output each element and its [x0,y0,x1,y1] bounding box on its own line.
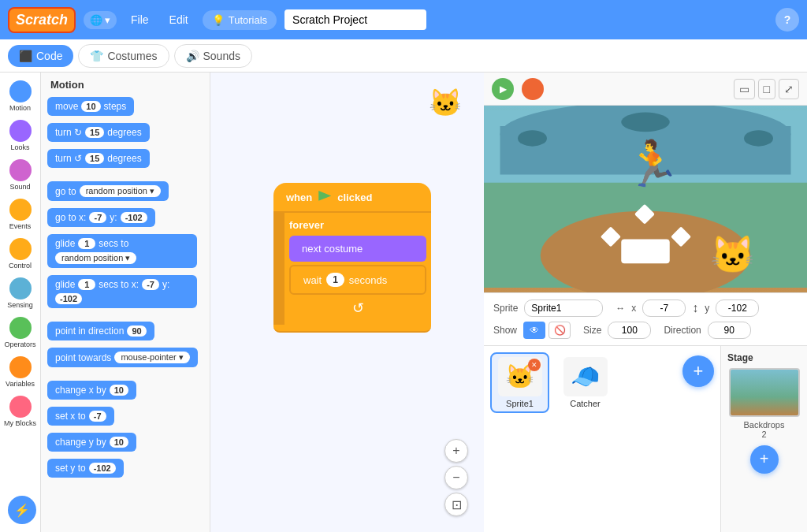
sensing-circle [9,277,32,299]
show-visible-button[interactable]: 👁 [523,322,545,339]
block-point-dir-val[interactable]: 90 [127,326,146,337]
category-variables[interactable]: Variables [2,353,39,391]
block-glide-xy[interactable]: glide 1 secs to x: -7 y: -102 [47,275,203,312]
tab-sounds[interactable]: 🔊 Sounds [174,44,252,68]
sound-circle [9,159,32,181]
block-goto-label: go to [55,186,76,197]
add-backdrop-button[interactable]: + [750,445,779,474]
category-events[interactable]: Events [2,195,39,233]
block-goto[interactable]: go to random position ▾ [47,181,203,205]
block-set-x[interactable]: set x to -7 [47,407,203,430]
block-goto-xy-x[interactable]: -7 [89,212,106,223]
tab-code[interactable]: ⬛ Code [8,45,73,67]
forever-block[interactable]: forever next costume wait 1 seconds ↺ [273,213,431,325]
block-goto-dropdown[interactable]: random position ▾ [80,185,161,197]
next-costume-block[interactable]: next costume [289,236,426,262]
block-glide-random[interactable]: glide 1 secs to random position ▾ [47,234,203,272]
wait-label: wait [303,274,322,286]
stage-section: ▭ □ ⤢ [484,73,807,532]
block-turn-ccw-val[interactable]: 15 [85,153,104,164]
block-glide-xy-secs[interactable]: 1 [78,279,95,290]
sprite-list: 🐱 ✕ Sprite1 🧢 Catcher + [484,346,720,533]
block-glide-xy-label: glide [55,279,75,290]
small-stage-button[interactable]: ▭ [734,79,755,99]
block-turn-cw-degrees: degrees [107,127,141,138]
nav-right: ? [775,8,799,32]
sprite-item-sprite1[interactable]: 🐱 ✕ Sprite1 [490,352,549,413]
blocks-panel-header: Motion [47,79,203,91]
block-glide-secs-label: secs to [99,238,128,249]
block-set-x-val[interactable]: -7 [89,411,106,422]
category-operators[interactable]: Operators [2,314,39,352]
block-point-towards-label: point towards [55,352,111,363]
block-change-y-val[interactable]: 10 [110,437,128,448]
block-goto-xy[interactable]: go to x: -7 y: -102 [47,208,203,231]
block-change-y[interactable]: change y by 10 [47,433,203,456]
category-variables-label: Variables [6,380,35,388]
sprite-item-catcher[interactable]: 🧢 Catcher [556,352,615,413]
show-hidden-button[interactable]: 🚫 [549,322,571,339]
edit-menu[interactable]: Edit [163,10,195,29]
block-change-y-label: change y by [55,437,106,448]
stage-view-buttons: ▭ □ ⤢ [734,79,799,99]
zoom-out-button[interactable]: − [444,466,468,489]
block-stack[interactable]: when clicked forever next costume wa [273,183,431,333]
block-glide-xy-y[interactable]: -102 [55,293,82,304]
block-point-towards[interactable]: point towards mouse-pointer ▾ [47,348,203,371]
zoom-controls: + − ⊡ [444,439,468,516]
block-goto-xy-y[interactable]: -102 [121,212,147,223]
block-move-val[interactable]: 10 [81,101,100,112]
sprite-direction-input[interactable] [708,322,751,339]
block-turn-ccw[interactable]: turn ↺ 15 degrees [47,149,203,172]
language-selector[interactable]: 🌐 ▾ [84,11,117,29]
zoom-in-button[interactable]: + [444,439,468,463]
block-point-dir[interactable]: point in direction 90 [47,322,203,344]
variables-circle [9,356,32,378]
sprite-size-input[interactable] [608,322,651,339]
block-turn-cw-val[interactable]: 15 [85,127,104,138]
scripts-area[interactable]: 🐱 when clicked forever next costume [210,73,484,532]
green-flag-icon [318,191,331,203]
wait-val[interactable]: 1 [326,273,344,287]
file-menu[interactable]: File [125,10,155,29]
block-glide-xy-x[interactable]: -7 [142,279,159,290]
category-sensing[interactable]: Sensing [2,274,39,312]
sprite-x-input[interactable] [642,299,686,317]
block-set-y[interactable]: set y to -102 [47,459,203,482]
stop-button[interactable] [522,78,544,100]
fullscreen-button[interactable]: ⤢ [779,79,799,99]
zoom-reset-button[interactable]: ⊡ [444,493,468,516]
hat-block[interactable]: when clicked [273,183,431,213]
block-set-y-val[interactable]: -102 [89,463,116,474]
category-motion[interactable]: Motion [2,77,39,115]
block-glide-dropdown[interactable]: random position ▾ [55,252,136,264]
block-turn-cw[interactable]: turn ↻ 15 degrees [47,123,203,146]
block-change-x[interactable]: change x by 10 [47,381,203,404]
blocks-panel: Motion move 10 steps turn ↻ 15 degrees t… [41,73,210,532]
stage-mini-preview[interactable] [729,368,800,417]
green-flag-button[interactable] [492,78,514,100]
block-move[interactable]: move 10 steps [47,97,203,120]
category-sound[interactable]: Sound [2,156,39,194]
category-sound-label: Sound [9,183,30,191]
block-change-x-val[interactable]: 10 [110,385,128,396]
block-categories: Motion Looks Sound Events Control Sensin… [0,73,41,532]
sprite1-delete-button[interactable]: ✕ [528,359,541,371]
category-myblocks[interactable]: My Blocks [2,392,39,430]
project-name-input[interactable] [284,9,426,30]
wait-block[interactable]: wait 1 seconds [289,265,426,295]
add-sprite-button[interactable]: + [682,355,714,387]
block-glide-secs[interactable]: 1 [78,238,95,249]
category-looks[interactable]: Looks [2,117,39,154]
sprite-y-input[interactable] [716,299,759,317]
tutorials-button[interactable]: 💡 Tutorials [203,10,277,30]
category-control[interactable]: Control [2,235,39,273]
block-point-towards-dropdown[interactable]: mouse-pointer ▾ [114,352,189,363]
hat-clicked-label: clicked [337,192,372,203]
tab-costumes[interactable]: 👕 Costumes [78,44,169,68]
large-stage-button[interactable]: □ [758,79,775,99]
sprite-name-input[interactable] [524,299,603,317]
help-button[interactable]: ? [775,8,799,32]
expand-button[interactable]: ⚡ [8,496,36,524]
add-sprite-area: + [682,355,714,413]
